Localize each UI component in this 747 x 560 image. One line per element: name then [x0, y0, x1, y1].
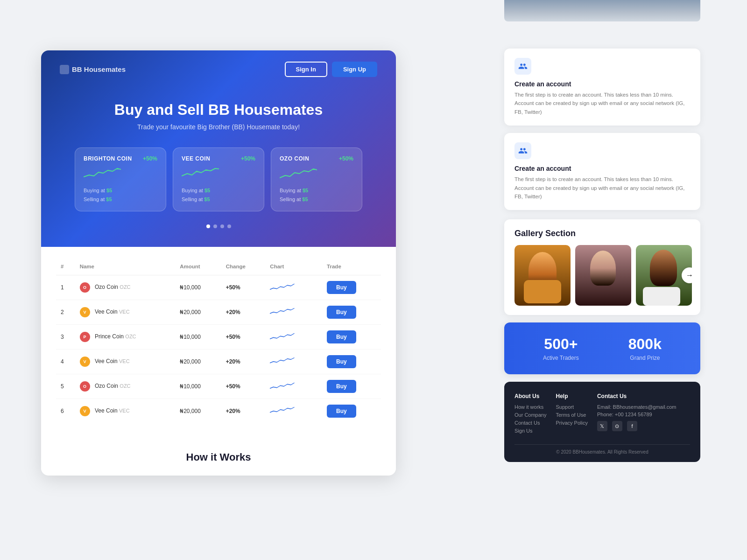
buy-button[interactable]: Buy — [327, 281, 356, 294]
gallery-title: Gallery Section — [514, 229, 690, 238]
cell-name: V Vee Coin VEC — [75, 399, 176, 424]
th-chart: Chart — [265, 260, 322, 275]
how-title: How it Works — [56, 451, 381, 463]
footer-divider — [514, 444, 690, 445]
buy-button[interactable]: Buy — [327, 355, 356, 368]
coin-icon: V — [80, 357, 90, 367]
table-row: 6 V Vee Coin VEC ₦20,000 +20% Buy — [56, 399, 381, 424]
table-row: 5 O Ozo Coin OZC ₦10,000 +50% Buy — [56, 374, 381, 399]
dot-4[interactable] — [227, 224, 231, 228]
cell-num: 2 — [56, 300, 75, 325]
stat-label-prize: Grand Prize — [628, 355, 662, 361]
table-section: # Name Amount Change Chart Trade 1 O Ozo… — [41, 247, 396, 436]
logo-icon — [60, 65, 69, 74]
coin-chart-brighton — [84, 167, 157, 182]
buy-button[interactable]: Buy — [327, 405, 356, 418]
footer-section: About Us How it works Our Company Contac… — [504, 382, 700, 462]
footer-link-company[interactable]: Our Company — [514, 412, 546, 418]
twitter-icon[interactable]: 𝕏 — [597, 421, 607, 431]
table-row: 4 V Vee Coin VEC ₦20,000 +20% Buy — [56, 350, 381, 374]
coin-icon: V — [80, 307, 90, 317]
footer-col-about: About Us How it works Our Company Contac… — [514, 393, 546, 436]
coin-chart-ozo — [280, 167, 353, 182]
hero-title: Buy and Sell BB Housemates — [60, 101, 377, 119]
coin-icon: P — [80, 332, 90, 342]
dot-3[interactable] — [220, 224, 224, 228]
buy-button[interactable]: Buy — [327, 380, 356, 393]
coin-percent-vee: +50% — [241, 155, 255, 162]
cell-num: 4 — [56, 350, 75, 374]
cell-amount: ₦10,000 — [175, 275, 221, 300]
coin-table: # Name Amount Change Chart Trade 1 O Ozo… — [56, 260, 381, 423]
cell-amount: ₦20,000 — [175, 350, 221, 374]
main-app-panel: BB Housemates Sign In Sign Up Buy and Se… — [41, 50, 396, 476]
gallery-img-3: → — [636, 245, 692, 306]
cell-change: +20% — [221, 300, 266, 325]
cell-chart — [265, 300, 322, 325]
stat-number-traders: 500+ — [543, 336, 579, 353]
gallery-img-2 — [575, 245, 631, 306]
coin-price-brighton: Buying at $5 Selling at $5 — [84, 186, 157, 203]
signup-button[interactable]: Sign Up — [332, 62, 377, 77]
cell-trade: Buy — [322, 374, 381, 399]
cell-chart — [265, 350, 322, 374]
buy-button[interactable]: Buy — [327, 306, 356, 319]
cell-trade: Buy — [322, 350, 381, 374]
how-card-title-2: Create an account — [514, 165, 690, 172]
coin-card-ozo: OZO COIN +50% Buying at $5 Selling at $5 — [271, 147, 362, 211]
footer-link-support[interactable]: Support — [556, 404, 587, 410]
footer-link-contact[interactable]: Contact Us — [514, 420, 546, 426]
cell-amount: ₦20,000 — [175, 399, 221, 424]
footer-email: Email: BBhousemates@gmail.com — [597, 404, 677, 410]
nav-buttons: Sign In Sign Up — [285, 62, 377, 77]
how-card-icon-1 — [514, 58, 531, 75]
footer-link-terms[interactable]: Terms of Use — [556, 412, 587, 418]
cell-amount: ₦10,000 — [175, 374, 221, 399]
cell-amount: ₦20,000 — [175, 300, 221, 325]
th-name: Name — [75, 260, 176, 275]
footer-link-signin[interactable]: Sign Us — [514, 428, 546, 434]
footer-link-privacy[interactable]: Privacy Policy — [556, 420, 587, 426]
dot-1[interactable] — [206, 224, 210, 228]
coin-chart-vee — [182, 167, 255, 182]
footer-phone: Phone: +00 1234 56789 — [597, 412, 677, 417]
table-row: 3 P Prince Coin OZC ₦10,000 +50% Buy — [56, 325, 381, 350]
cell-name: O Ozo Coin OZC — [75, 275, 176, 300]
how-card-1: Create an account The first step is to c… — [504, 49, 700, 126]
table-header-row: # Name Amount Change Chart Trade — [56, 260, 381, 275]
signin-button[interactable]: Sign In — [285, 62, 327, 77]
instagram-icon[interactable]: ⊙ — [612, 421, 622, 431]
gallery-images: → — [514, 245, 690, 306]
footer-col-help: Help Support Terms of Use Privacy Policy — [556, 393, 587, 436]
cell-change: +50% — [221, 325, 266, 350]
logo: BB Housemates — [60, 65, 126, 74]
coin-cards-container: BRIGHTON COIN +50% Buying at $5 Selling … — [60, 147, 377, 211]
footer-col-contact: Contact Us Email: BBhousemates@gmail.com… — [597, 393, 677, 436]
footer-social: 𝕏 ⊙ f — [597, 421, 677, 431]
cell-chart — [265, 275, 322, 300]
cell-change: +50% — [221, 374, 266, 399]
cell-chart — [265, 374, 322, 399]
cell-num: 3 — [56, 325, 75, 350]
cell-amount: ₦10,000 — [175, 325, 221, 350]
stat-grand-prize: 800k Grand Prize — [628, 336, 662, 361]
cell-trade: Buy — [322, 325, 381, 350]
how-card-desc-2: The first step is to create an account. … — [514, 175, 690, 201]
coin-name-ozo: OZO COIN — [280, 155, 309, 162]
how-cards-container: Create an account The first step is to c… — [504, 49, 700, 210]
dot-2[interactable] — [213, 224, 217, 228]
th-change: Change — [221, 260, 266, 275]
cell-chart — [265, 325, 322, 350]
cell-change: +20% — [221, 350, 266, 374]
stat-label-traders: Active Traders — [543, 355, 579, 361]
buy-button[interactable]: Buy — [327, 330, 356, 343]
footer-link-how[interactable]: How it works — [514, 404, 546, 410]
footer-about-title: About Us — [514, 393, 546, 399]
cell-num: 1 — [56, 275, 75, 300]
coin-card-vee: VEE COIN +50% Buying at $5 Selling at $5 — [173, 147, 264, 211]
how-card-title-1: Create an account — [514, 80, 690, 88]
gallery-section: Gallery Section → — [504, 219, 700, 315]
coin-name-vee: VEE COIN — [182, 155, 210, 162]
facebook-icon[interactable]: f — [627, 421, 637, 431]
table-row: 1 O Ozo Coin OZC ₦10,000 +50% Buy — [56, 275, 381, 300]
